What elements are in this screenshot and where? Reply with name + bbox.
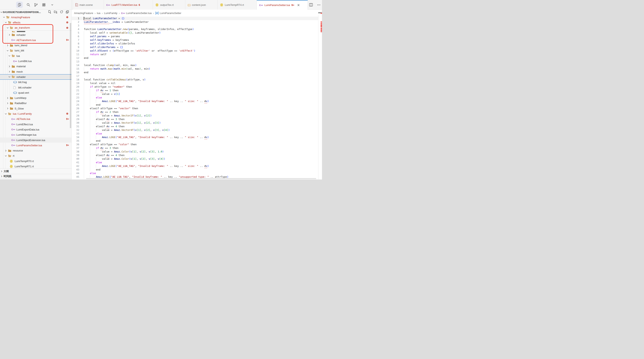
tree-item-lumiexportdata-lua[interactable]: C++LumiExportData.lua	[0, 127, 72, 132]
tree-item-lumiparamssetter-lua[interactable]: C++LumiParamsSetter.lua9+	[0, 143, 72, 148]
line-number[interactable]: 1	[73, 16, 79, 20]
tree-item-blit-frag[interactable]: OpenGLblit.frag	[0, 80, 72, 85]
activity-extensions-icon[interactable]	[40, 2, 47, 8]
editor-horizontal-scrollbar[interactable]	[86, 178, 316, 179]
line-number[interactable]: 19	[73, 82, 79, 85]
line-number[interactable]: 31	[73, 125, 79, 128]
tab-outputtex-rt[interactable]: outputTex.rt	[153, 0, 185, 10]
line-number[interactable]: 13	[73, 60, 79, 64]
split-editor-button[interactable]	[309, 3, 313, 6]
line-number[interactable]: 22	[73, 92, 79, 96]
tree-item-material[interactable]: material	[0, 64, 72, 69]
tree-item-amazingfeature[interactable]: AmazingFeature	[0, 14, 72, 20]
line-number[interactable]: 21	[73, 89, 79, 92]
new-folder-icon[interactable]	[54, 10, 58, 14]
activity-explorer-icon[interactable]	[16, 2, 23, 8]
tree-item-aetransform-lua[interactable]: C++AETransform.lua9+	[0, 38, 72, 42]
line-number[interactable]: 25	[73, 103, 79, 107]
tree-item-lumitemprt1-rt[interactable]: LumiTempRT1.rt	[0, 164, 72, 169]
tree-item-lua-lumifamily[interactable]: lua / LumiFamily	[0, 111, 72, 116]
tree-item-lumimanager-lua[interactable]: C++LumiManager.lua	[0, 132, 72, 138]
code-editor[interactable]: 1local LumiParamsSetter = {}2LumiParamsS…	[72, 16, 318, 180]
breadcrumb-item-amazingfeature[interactable]: AmazingFeature	[74, 12, 93, 14]
line-number[interactable]: 29	[73, 118, 79, 121]
tree-item-lumiwarp[interactable]: LumiWarp	[0, 96, 72, 101]
tab-lumitemprt4-rt[interactable]: LumiTempRT4.rt	[218, 0, 257, 10]
line-number[interactable]: 20	[73, 85, 79, 89]
tree-item-radialblur[interactable]: RadialBlur	[0, 101, 72, 106]
line-number[interactable]: 16	[73, 71, 79, 74]
activity-chevron-down-icon[interactable]	[49, 2, 56, 8]
line-number[interactable]: 37	[73, 146, 79, 150]
tab-lumiparamssetter-lua[interactable]: C++LumiParamsSetter.lua9+	[257, 0, 308, 10]
breadcrumb-item-lumifamily[interactable]: LumiFamily	[104, 12, 117, 14]
line-number[interactable]: 28	[73, 114, 79, 118]
panel-section-outline[interactable]: 大纲	[0, 168, 72, 174]
tab-content-json[interactable]: { }content.json	[185, 0, 218, 10]
refresh-icon[interactable]	[60, 10, 63, 14]
line-number[interactable]: 12	[73, 56, 79, 60]
tree-item-quad-vert[interactable]: OpenGLquad.vert	[0, 90, 72, 95]
more-actions-button[interactable]	[317, 4, 320, 6]
tab-main-scene[interactable]: 0110main.scene	[73, 0, 104, 10]
tree-item-lumiblit-lua[interactable]: C++LumiBlit.lua	[0, 58, 72, 64]
line-number[interactable]: 8	[73, 42, 79, 46]
line-number[interactable]: 11	[73, 53, 79, 56]
line-number[interactable]: 33	[73, 132, 79, 136]
line-number[interactable]: 35	[73, 139, 79, 143]
breadcrumb-item-lumiparamssetter[interactable]: LumiParamsSetter	[155, 12, 181, 14]
line-number[interactable]: 41	[73, 161, 79, 164]
line-number[interactable]: 2	[73, 20, 79, 24]
tree-item-lumi-blit[interactable]: lumi_blit	[0, 48, 72, 53]
tree-item-lumiobjectextension-lua[interactable]: C++LumiObjectExtension.lua	[0, 138, 72, 143]
tree-item-lumitemprt0-rt[interactable]: LumiTempRT0.rt	[0, 158, 72, 164]
line-number[interactable]: 44	[73, 172, 79, 175]
tree-item-blit-xshader[interactable]: blit.xshader	[0, 85, 72, 90]
line-number[interactable]: 24	[73, 100, 79, 103]
sidebar-resize-sash[interactable]	[72, 0, 72, 180]
activity-source-control-icon[interactable]	[32, 2, 39, 8]
line-number[interactable]: 7	[73, 38, 79, 42]
line-number[interactable]: 45	[73, 175, 79, 179]
tree-item-lumi-blend[interactable]: lumi_blend	[0, 43, 72, 48]
line-number[interactable]: 30	[73, 121, 79, 125]
tree-item-resource[interactable]: resource	[0, 148, 72, 153]
sidebar-scrollbar[interactable]	[70, 23, 71, 128]
tree-item-aetools-lua[interactable]: C++AETools.lua9+	[0, 116, 72, 122]
line-number[interactable]: 23	[73, 96, 79, 100]
tree-item-rt[interactable]: rt	[0, 153, 72, 158]
tab-luartti-markgen-lua[interactable]: C++LuaRTTI.MarkGen.lua6	[104, 0, 153, 10]
line-number[interactable]: 15	[73, 67, 79, 71]
line-number[interactable]: 38	[73, 150, 79, 154]
line-number[interactable]: 34	[73, 136, 79, 139]
tree-item-lua[interactable]: lua	[0, 53, 72, 58]
tree-item-mesh[interactable]: mesh	[0, 69, 72, 74]
tree-item-xshader[interactable]: xshader	[0, 74, 72, 80]
line-number[interactable]: 39	[73, 154, 79, 157]
line-number[interactable]: 43	[73, 168, 79, 172]
line-number[interactable]: 10	[73, 49, 79, 53]
tree-item-ae-transform[interactable]: ae_transform	[0, 25, 72, 30]
explorer-section-header[interactable]: 0A10553E75180ADD06FD336...	[0, 10, 72, 14]
collapse-all-icon[interactable]	[66, 10, 69, 14]
line-number[interactable]: 3	[73, 24, 79, 28]
breadcrumb-item-lumiparamssetter-lua[interactable]: C++LumiParamsSetter.lua	[121, 12, 152, 14]
tree-item-s-glow[interactable]: S_Glow	[0, 106, 72, 111]
tab-close-button[interactable]	[298, 4, 300, 6]
line-number[interactable]: 18	[73, 78, 79, 82]
line-number[interactable]: 14	[73, 64, 79, 67]
line-number[interactable]: 32	[73, 128, 79, 132]
tree-item-lumieffect-lua[interactable]: C++LumiEffect.lua	[0, 122, 72, 127]
activity-search-icon[interactable]	[25, 2, 32, 8]
new-file-icon[interactable]	[48, 10, 52, 14]
line-number[interactable]: 27	[73, 110, 79, 114]
tree-item-xshader[interactable]: xshader	[0, 32, 72, 38]
line-number[interactable]: 9	[73, 46, 79, 49]
line-number[interactable]: 40	[73, 157, 79, 161]
line-number[interactable]: 36	[73, 143, 79, 146]
line-number[interactable]: 5	[73, 31, 79, 34]
breadcrumb-item-lua[interactable]: lua	[97, 12, 100, 14]
line-number[interactable]: 26	[73, 107, 79, 110]
panel-section-timeline[interactable]: 时间线	[0, 174, 72, 179]
line-number[interactable]: 6	[73, 34, 79, 38]
